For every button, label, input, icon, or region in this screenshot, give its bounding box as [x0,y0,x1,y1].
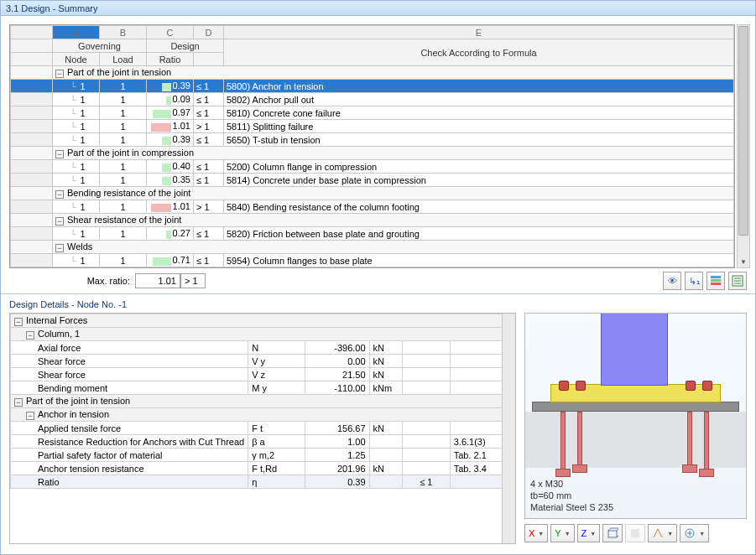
collapse-icon[interactable] [14,318,23,326]
col-letter-c[interactable]: C [147,26,194,39]
detail-symbol: η [248,475,305,489]
max-ratio-label: Max. ratio: [9,276,135,286]
col-letter-a[interactable]: A [53,26,100,39]
shade-button [625,524,645,542]
summary-row[interactable]: └110.71≤ 15954) Column flanges to base p… [11,254,734,267]
cell-cmp: ≤ 1 [194,106,224,120]
summary-row[interactable]: └110.40≤ 15200) Column flange in compres… [11,160,734,174]
summary-row[interactable]: └110.35≤ 15814) Concrete under base plat… [11,174,734,187]
detail-header[interactable]: Internal Forces [11,314,515,328]
group-header[interactable]: Welds [53,241,734,254]
detail-unit [369,435,402,449]
collapse-icon[interactable] [55,70,64,78]
detail-row: Partial safety factor of materialγ m,21.… [11,449,515,462]
goto-icon[interactable]: ↳₁ [685,272,703,290]
color-scale-icon[interactable] [706,272,725,290]
export-icon[interactable] [728,272,747,290]
details-grid[interactable]: Internal ForcesColumn, 1Axial forceN-396… [9,313,516,544]
cell-check: 5811) Splitting failure [224,120,734,133]
collapse-icon[interactable] [55,150,64,158]
cell-node: └1 [53,93,100,106]
group-header[interactable]: Bending resistance of the joint [53,187,734,200]
collapse-icon[interactable] [26,412,34,420]
summary-scrollbar[interactable]: ▲ ▼ [737,24,750,268]
detail-unit: kN [369,422,402,435]
detail-check [402,381,450,395]
axis-x-button[interactable]: X▼ [524,524,548,542]
detail-label: Shear force [11,368,248,381]
summary-row[interactable]: └110.97≤ 15810) Concrete cone failure [11,106,734,120]
summary-panel: A B C D E Governing Design Check Accordi… [1,16,755,294]
iso-view-button[interactable] [602,524,623,542]
detail-check [402,462,450,475]
details-scrollbar[interactable] [502,314,515,543]
detail-row: Ratioη0.39≤ 1 [11,475,515,489]
cell-ratio: 0.09 [147,93,194,106]
detail-unit: kNm [369,381,402,395]
detail-row: Anchor tension resistanceF t,Rd201.96kNT… [11,462,515,475]
detail-value: 1.00 [305,435,369,449]
detail-check [402,355,450,368]
cell-node: └1 [53,200,100,214]
eye-icon[interactable]: 👁 [663,272,681,290]
col-ratio: Ratio [147,53,194,66]
max-ratio-cmp: > 1 [180,273,206,288]
cell-check: 5810) Concrete cone failure [224,106,734,120]
group-header[interactable]: Part of the joint in compression [53,147,734,160]
detail-value: 156.67 [305,422,369,435]
detail-check [402,341,450,355]
group-header[interactable]: Part of the joint in tension [53,66,734,80]
summary-row[interactable]: └110.39≤ 15650) T-stub in tension [11,133,734,147]
detail-header[interactable]: Anchor in tension [11,408,515,422]
section-button[interactable]: ▼ [648,524,677,542]
col-letter-d[interactable]: D [194,26,224,39]
detail-value: 0.00 [305,355,369,368]
cell-check: 5814) Concrete under base plate in compr… [224,174,734,187]
detail-symbol: V z [248,368,305,381]
summary-row[interactable]: └110.27≤ 15820) Friction between base pl… [11,227,734,241]
cell-check: 5800) Anchor in tension [224,80,734,93]
detail-header[interactable]: Column, 1 [11,328,515,341]
detail-row: Axial forceN-396.00kN [11,341,515,355]
col-group-design: Design [147,39,224,53]
detail-label: Axial force [11,341,248,355]
col-letter-b[interactable]: B [100,26,147,39]
summary-toolbar: 👁 ↳₁ [663,272,747,290]
summary-grid[interactable]: A B C D E Governing Design Check Accordi… [9,24,735,268]
summary-row[interactable]: └110.39≤ 15800) Anchor in tension [11,80,734,93]
detail-row: Bending momentM y-110.00kNm [11,381,515,395]
scroll-down-icon[interactable]: ▼ [738,256,749,267]
detail-symbol: F t,Rd [248,462,305,475]
summary-row[interactable]: └111.01> 15840) Bending resistance of th… [11,200,734,214]
cell-load: 1 [100,227,147,241]
detail-row: Shear forceV z21.50kN [11,368,515,381]
detail-check [402,422,450,435]
collapse-icon[interactable] [55,244,64,252]
detail-label: Partial safety factor of material [11,449,248,462]
summary-row[interactable]: └111.01> 15811) Splitting failure [11,120,734,133]
detail-symbol: N [248,341,305,355]
max-ratio-value: 1.01 [135,273,180,288]
detail-value: 201.96 [305,462,369,475]
group-header[interactable]: Shear resistance of the joint [53,214,734,227]
col-letter-e[interactable]: E [224,26,734,39]
detail-symbol: V y [248,355,305,368]
collapse-icon[interactable] [14,398,23,407]
cell-node: └1 [53,80,100,93]
model-viewport[interactable]: 4 x M30 tb=60 mm Material Steel S 235 [524,313,747,519]
view-options-button[interactable]: ▼ [680,524,709,542]
collapse-icon[interactable] [55,190,64,199]
cell-cmp: > 1 [194,200,224,214]
detail-header[interactable]: Part of the joint in tension [11,395,515,408]
scroll-thumb[interactable] [738,26,748,236]
viewport-caption: 4 x M30 tb=60 mm Material Steel S 235 [530,478,613,513]
cell-ratio: 0.27 [147,227,194,241]
cell-load: 1 [100,80,147,93]
cell-node: └1 [53,227,100,241]
collapse-icon[interactable] [55,217,64,226]
collapse-icon[interactable] [26,331,34,340]
cell-cmp: ≤ 1 [194,174,224,187]
summary-row[interactable]: └110.09≤ 15802) Anchor pull out [11,93,734,106]
axis-y-button[interactable]: Y▼ [550,524,574,542]
axis-z-button[interactable]: Z▼ [577,524,601,542]
